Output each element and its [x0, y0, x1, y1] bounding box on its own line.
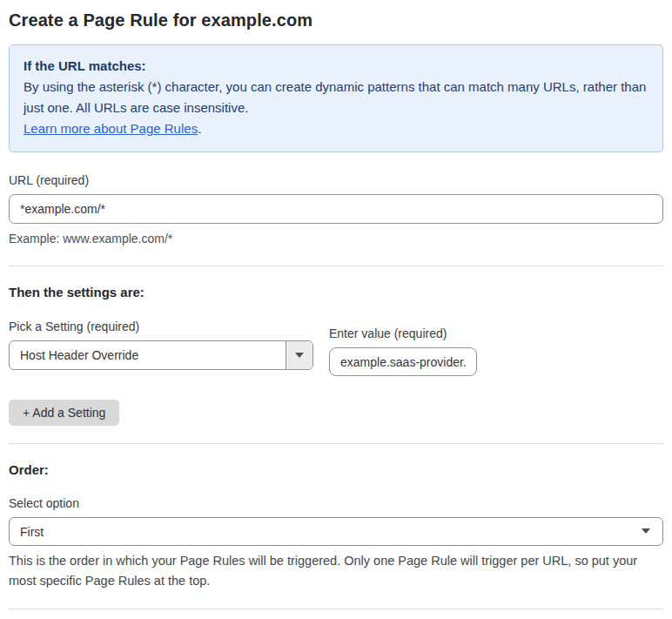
caret-down-icon [642, 528, 650, 534]
url-match-info-box: If the URL matches: By using the asteris… [9, 44, 663, 152]
create-page-rule-modal: Create a Page Rule for example.com If th… [0, 0, 672, 619]
setting-value-input[interactable] [329, 347, 477, 376]
url-input[interactable] [9, 194, 663, 224]
order-select[interactable]: First [9, 517, 663, 546]
add-setting-button[interactable]: + Add a Setting [9, 400, 119, 426]
settings-section-heading: Then the settings are: [9, 285, 663, 299]
order-select-value: First [20, 525, 44, 539]
caret-down-icon [295, 353, 304, 358]
info-box-link-line: Learn more about Page Rules. [24, 118, 648, 139]
pick-setting-label: Pick a Setting (required) [9, 320, 313, 333]
order-helper-text: This is the order in which your Page Rul… [9, 551, 663, 591]
setting-select[interactable]: Host Header Override [9, 340, 313, 370]
page-title: Create a Page Rule for example.com [9, 10, 663, 30]
link-period: . [198, 121, 201, 136]
divider [9, 443, 663, 444]
url-field-label: URL (required) [9, 173, 663, 187]
order-select-label: Select option [9, 496, 663, 510]
divider [9, 609, 663, 609]
learn-more-link[interactable]: Learn more about Page Rules [24, 121, 198, 136]
setting-row: Pick a Setting (required) Host Header Ov… [9, 320, 663, 376]
order-section-heading: Order: [9, 462, 663, 477]
enter-value-column: Enter value (required) [329, 326, 477, 376]
divider [9, 266, 663, 266]
order-select-wrap: First [9, 517, 663, 546]
info-box-body: By using the asterisk (*) character, you… [24, 77, 648, 118]
url-example-helper: Example: www.example.com/* [9, 230, 663, 248]
info-box-heading: If the URL matches: [24, 56, 648, 77]
setting-select-arrow-button[interactable] [286, 341, 312, 369]
enter-value-label: Enter value (required) [329, 326, 477, 340]
setting-select-value: Host Header Override [10, 341, 286, 369]
pick-setting-column: Pick a Setting (required) Host Header Ov… [9, 320, 313, 370]
